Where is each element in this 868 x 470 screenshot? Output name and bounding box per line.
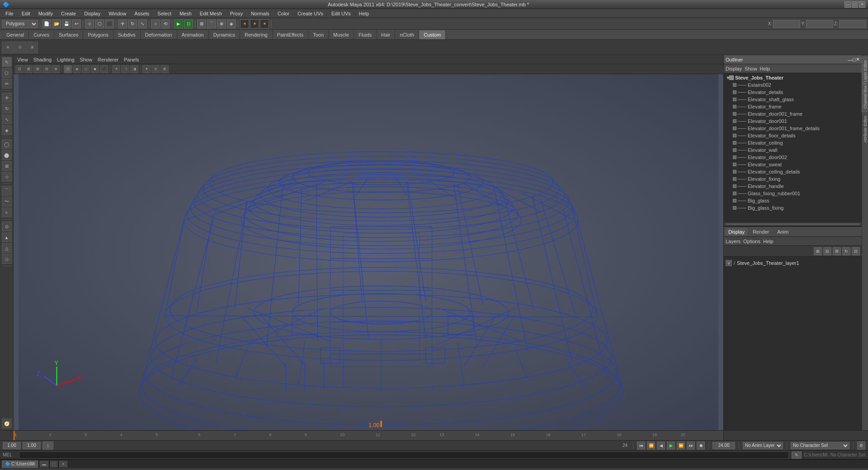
list-item[interactable]: Elevator_handle xyxy=(724,183,862,190)
menu-mesh[interactable]: Mesh xyxy=(176,10,195,17)
menu-window[interactable]: Window xyxy=(105,10,130,17)
menu-modify[interactable]: Modify xyxy=(35,10,57,17)
scale-tool[interactable]: ⤡ xyxy=(2,114,12,124)
step-back-button[interactable]: ⏪ xyxy=(647,442,655,450)
menu-file[interactable]: File xyxy=(2,10,17,17)
menu-create-uvs[interactable]: Create UVs xyxy=(294,10,327,17)
outliner-menu-help[interactable]: Help xyxy=(760,66,770,71)
layer-refresh-button[interactable]: ↻ xyxy=(842,247,850,255)
list-item[interactable]: Elevator_wall xyxy=(724,146,862,154)
viewport-menu-panels[interactable]: Panels xyxy=(122,57,141,62)
anim-layer-dropdown[interactable]: No Anim Layer xyxy=(743,442,783,449)
paint-tool-button[interactable]: ⬛ xyxy=(105,19,114,28)
sculpt2-tool[interactable]: ⊙ xyxy=(2,221,12,231)
viewport-menu-lighting[interactable]: Lighting xyxy=(55,57,76,62)
shelf-tab-deformation[interactable]: Deformation xyxy=(141,30,177,39)
select-tool-button[interactable]: ⊹ xyxy=(85,19,94,28)
end-frame-field[interactable] xyxy=(712,442,735,449)
start-frame-field[interactable] xyxy=(3,442,21,449)
select-tool[interactable]: ↖ xyxy=(2,57,12,67)
shelf-tab-surfaces[interactable]: Surfaces xyxy=(54,30,83,39)
outliner-root-item[interactable]: ▼ Steve_Jobs_Theater xyxy=(724,74,862,81)
snap-grid-button[interactable]: ⊞ xyxy=(197,19,206,28)
menu-edit-uvs[interactable]: Edit UVs xyxy=(328,10,354,17)
outliner-menu-display[interactable]: Display xyxy=(726,66,742,71)
outliner-minimize[interactable]: — xyxy=(848,57,853,62)
save-file-button[interactable]: 💾 xyxy=(62,19,71,28)
light1-button[interactable]: ☀ xyxy=(240,19,249,28)
shelf-tab-painteffects[interactable]: PaintEffects xyxy=(273,30,309,39)
list-item[interactable]: Elevator_ceiling xyxy=(724,139,862,146)
z-coordinate[interactable] xyxy=(839,20,866,28)
extrude-tool[interactable]: △ xyxy=(2,243,12,253)
menu-proxy[interactable]: Proxy xyxy=(226,10,246,17)
shelf-tab-hair[interactable]: Hair xyxy=(377,30,395,39)
history-button[interactable]: ⟲ xyxy=(161,19,170,28)
go-to-end-button[interactable]: ⏭ xyxy=(687,442,695,450)
outliner-maximize[interactable]: □ xyxy=(853,57,856,62)
layers-tab-render[interactable]: Render xyxy=(750,228,772,235)
layer-visibility[interactable]: V xyxy=(726,260,732,266)
snap-curve-button[interactable]: ⌒ xyxy=(207,19,216,28)
wire-tool[interactable]: 〜 xyxy=(2,197,12,207)
viewport-menu-show[interactable]: Show xyxy=(78,57,94,62)
viewport-menu-view[interactable]: View xyxy=(15,57,30,62)
x-coordinate[interactable] xyxy=(773,20,800,28)
menu-select[interactable]: Select xyxy=(154,10,175,17)
command-line-input[interactable] xyxy=(19,451,789,459)
layer-settings-button[interactable]: ⊡ xyxy=(852,247,860,255)
vp-frame-selected[interactable]: ⊟ xyxy=(42,65,51,73)
taskbar-close-button[interactable]: ✕ xyxy=(59,461,67,467)
shelf-tab-rendering[interactable]: Rendering xyxy=(240,30,273,39)
list-item[interactable]: Elevator_ceiling_details xyxy=(724,168,862,175)
layer-options-button[interactable]: ⚙ xyxy=(833,247,841,255)
menu-normals[interactable]: Normals xyxy=(247,10,273,17)
minimize-button[interactable]: — xyxy=(844,1,851,8)
vp-xray[interactable]: ✦ xyxy=(142,65,151,73)
taskbar-maya-button[interactable]: 🔷 C:\Users\Mi xyxy=(2,461,38,468)
play-back-button[interactable]: ◀ xyxy=(657,442,665,450)
taskbar-restore-button[interactable]: □ xyxy=(50,461,57,467)
vp-camera-options[interactable]: ⊠ xyxy=(24,65,33,73)
list-item[interactable]: Elevator_sweat xyxy=(724,161,862,168)
vp-wireframe[interactable]: ⊡ xyxy=(64,65,72,73)
shelf-tab-subdivs[interactable]: Subdivs xyxy=(113,30,141,39)
rotate-tool[interactable]: ↻ xyxy=(2,103,12,113)
shelf-tab-ncloth[interactable]: nCloth xyxy=(395,30,419,39)
layers-menu-options[interactable]: Options xyxy=(743,239,760,244)
list-item[interactable]: Estairs002 xyxy=(724,81,862,89)
step-forward-button[interactable]: ⏩ xyxy=(677,442,685,450)
vp-flat[interactable]: ◇ xyxy=(82,65,90,73)
timeline-track[interactable]: 1 2 3 4 5 6 7 8 9 10 11 12 13 14 15 16 1… xyxy=(14,431,723,440)
vp-grid[interactable]: ⊞ xyxy=(160,65,169,73)
shelf-tab-animation[interactable]: Animation xyxy=(177,30,209,39)
vp-camera-bookmark[interactable]: ⊛ xyxy=(52,65,60,73)
list-item[interactable]: Big_glass_fixing xyxy=(724,204,862,212)
render-button[interactable]: ▶ xyxy=(174,19,183,28)
layer-row[interactable]: V / Steve_Jobs_Theater_layer1 xyxy=(726,258,860,268)
layers-menu-layers[interactable]: Layers xyxy=(726,239,741,244)
shelf-tab-toon[interactable]: Toon xyxy=(308,30,329,39)
new-file-button[interactable]: 📄 xyxy=(42,19,51,28)
menu-assets[interactable]: Assets xyxy=(131,10,153,17)
preferences-button[interactable]: ⚙ xyxy=(857,442,865,450)
shelf-tab-muscle[interactable]: Muscle xyxy=(329,30,354,39)
record-button[interactable]: ⏺ xyxy=(697,442,705,450)
menu-create[interactable]: Create xyxy=(57,10,80,17)
rotate-tool-button[interactable]: ↻ xyxy=(128,19,137,28)
move-tool-button[interactable]: ✛ xyxy=(118,19,127,28)
mode-dropdown[interactable]: Polygons xyxy=(2,20,38,28)
menu-help[interactable]: Help xyxy=(355,10,373,17)
current-frame-field[interactable] xyxy=(23,442,41,449)
shelf-tab-custom[interactable]: Custom xyxy=(419,30,446,39)
scale-tool-button[interactable]: ⤡ xyxy=(138,19,147,28)
shelf-tab-dynamics[interactable]: Dynamics xyxy=(209,30,240,39)
char-set-dropdown[interactable]: No Character Set xyxy=(791,442,849,449)
list-item[interactable]: Elevator_door001_frame_details xyxy=(724,125,862,132)
go-to-start-button[interactable]: ⏮ xyxy=(637,442,645,450)
attribute-editor-tab[interactable]: Attribute Editor xyxy=(862,113,868,146)
wrinkle-tool[interactable]: ≈ xyxy=(2,207,12,217)
paint-select[interactable]: ✏ xyxy=(2,79,12,89)
vp-lighting1[interactable]: ☀ xyxy=(112,65,120,73)
lasso-tool-button[interactable]: ⬡ xyxy=(95,19,104,28)
